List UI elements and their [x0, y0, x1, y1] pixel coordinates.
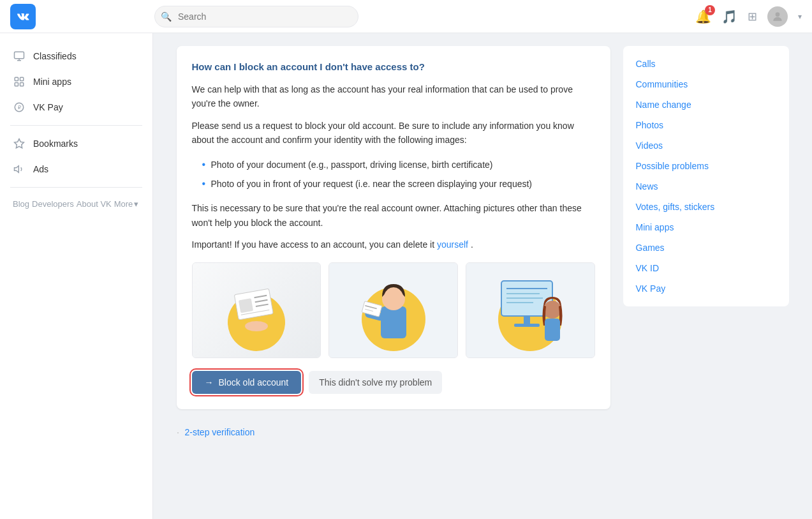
ads-icon — [13, 163, 26, 176]
not-solved-label: This didn't solve my problem — [319, 377, 432, 387]
svg-rect-5 — [20, 77, 24, 80]
notification-badge: 1 — [705, 5, 715, 15]
step-verification-link[interactable]: 2-step verification — [185, 427, 255, 437]
svg-rect-22 — [362, 301, 382, 317]
article-title: How can I block an account I don't have … — [192, 61, 595, 72]
arrow-right-icon: → — [205, 377, 214, 387]
sidebar-item-vk-pay[interactable]: ₽ VK Pay — [0, 94, 152, 120]
bullet-item-2: Photo of you in front of your request (i… — [202, 174, 595, 193]
sidebar-item-mini-apps[interactable]: Mini apps — [0, 69, 152, 94]
search-box: 🔍 — [154, 6, 358, 27]
person-svg — [362, 268, 425, 357]
right-nav-vk-id[interactable]: VK ID — [623, 258, 789, 278]
more-button[interactable]: More ▾ — [114, 199, 139, 209]
article-area: How can I block an account I don't have … — [177, 46, 610, 506]
blog-link[interactable]: Blog — [13, 199, 29, 209]
image-person — [328, 262, 458, 358]
svg-rect-4 — [15, 77, 18, 80]
svg-rect-30 — [524, 316, 530, 324]
developers-link[interactable]: Developers — [32, 199, 74, 209]
mini-apps-icon — [13, 75, 26, 88]
block-btn-label: Block old account — [219, 377, 289, 387]
music-button[interactable]: 🎵 — [721, 9, 737, 24]
vk-logo[interactable] — [10, 4, 36, 29]
main-content: How can I block an account I don't have … — [153, 33, 812, 519]
bullet-list: Photo of your document (e.g., passport, … — [202, 155, 595, 194]
article-images — [192, 262, 595, 358]
right-nav-photos[interactable]: Photos — [623, 115, 789, 135]
block-old-account-button[interactable]: → Block old account — [192, 371, 302, 394]
search-input[interactable] — [154, 6, 358, 27]
sidebar-divider-1 — [10, 125, 142, 126]
svg-marker-10 — [15, 139, 24, 148]
action-row: → Block old account This didn't solve my… — [192, 371, 595, 394]
svg-rect-13 — [239, 298, 253, 313]
svg-point-0 — [776, 12, 780, 17]
right-nav-mini-apps[interactable]: Mini apps — [623, 217, 789, 237]
right-nav-calls[interactable]: Calls — [623, 54, 789, 74]
avatar[interactable] — [767, 6, 788, 27]
classifieds-label: Classifieds — [33, 51, 77, 61]
bookmarks-icon — [13, 137, 26, 150]
yourself-link[interactable]: yourself — [437, 239, 468, 250]
svg-rect-1 — [15, 52, 24, 59]
music-icon: 🎵 — [721, 9, 737, 24]
notifications-button[interactable]: 🔔 1 — [695, 9, 711, 24]
article-para3: This is necessary to be sure that you're… — [192, 201, 595, 230]
right-nav-games[interactable]: Games — [623, 237, 789, 258]
sidebar-footer: Blog Developers About VK More ▾ — [0, 193, 152, 215]
svg-point-18 — [245, 321, 268, 331]
article-para4: Important! If you have access to an acco… — [192, 237, 595, 252]
right-nav-vk-pay[interactable]: VK Pay — [623, 278, 789, 299]
sidebar-item-bookmarks[interactable]: Bookmarks — [0, 131, 152, 156]
monitor-svg — [489, 268, 572, 357]
more-label: More — [114, 199, 133, 209]
sidebar-item-classifieds[interactable]: Classifieds — [0, 43, 152, 69]
sidebar-item-ads[interactable]: Ads — [0, 156, 152, 182]
sidebar-divider-2 — [10, 187, 142, 188]
image-document — [192, 262, 321, 358]
right-nav-communities[interactable]: Communities — [623, 74, 789, 94]
svg-text:₽: ₽ — [18, 105, 21, 110]
article-para2: Please send us a request to block your o… — [192, 119, 595, 147]
chevron-down-small-icon: ▾ — [134, 199, 138, 209]
svg-rect-7 — [20, 83, 24, 86]
vk-pay-icon: ₽ — [13, 101, 26, 114]
document-svg — [228, 288, 285, 333]
person-illustration — [329, 263, 457, 357]
svg-rect-31 — [514, 324, 540, 327]
article-para4-suffix: . — [471, 239, 473, 250]
header: 🔍 🔔 1 🎵 ⊞ ▾ — [0, 0, 812, 33]
not-solved-button[interactable]: This didn't solve my problem — [309, 371, 442, 394]
about-link[interactable]: About VK — [77, 199, 112, 209]
bullet-item-1: Photo of your document (e.g., passport, … — [202, 155, 595, 174]
step-link-bullet: · — [177, 426, 180, 439]
classifieds-icon — [13, 50, 26, 63]
step-verification-link-row: · 2-step verification — [177, 419, 610, 446]
image-monitor — [466, 262, 595, 358]
svg-point-32 — [543, 301, 561, 319]
svg-marker-11 — [15, 166, 19, 173]
header-icons: 🔔 1 🎵 ⊞ ▾ — [695, 6, 802, 27]
document-illustration — [193, 263, 321, 357]
chevron-down-icon[interactable]: ▾ — [798, 12, 802, 21]
bookmarks-label: Bookmarks — [33, 139, 78, 149]
right-nav-videos[interactable]: Videos — [623, 135, 789, 156]
vk-pay-label: VK Pay — [33, 102, 63, 112]
svg-rect-6 — [15, 83, 18, 86]
grid-icon[interactable]: ⊞ — [748, 10, 757, 24]
right-nav-votes-gifts-stickers[interactable]: Votes, gifts, stickers — [623, 197, 789, 217]
right-nav-news[interactable]: News — [623, 176, 789, 197]
article-para4-text: Important! If you have access to an acco… — [192, 239, 437, 250]
ads-label: Ads — [33, 164, 48, 174]
article-body: We can help with that as long as the acc… — [192, 82, 595, 252]
right-sidebar: Calls Communities Name change Photos Vid… — [623, 46, 789, 506]
right-nav-possible-problems[interactable]: Possible problems — [623, 156, 789, 176]
mini-apps-label: Mini apps — [33, 77, 71, 87]
article-para1: We can help with that as long as the acc… — [192, 82, 595, 111]
monitor-illustration — [466, 263, 594, 357]
article-card: How can I block an account I don't have … — [177, 46, 610, 409]
layout: Classifieds Mini apps ₽ VK Pay Bookmarks — [0, 0, 812, 519]
right-nav-name-change[interactable]: Name change — [623, 94, 789, 115]
svg-rect-19 — [381, 306, 406, 338]
